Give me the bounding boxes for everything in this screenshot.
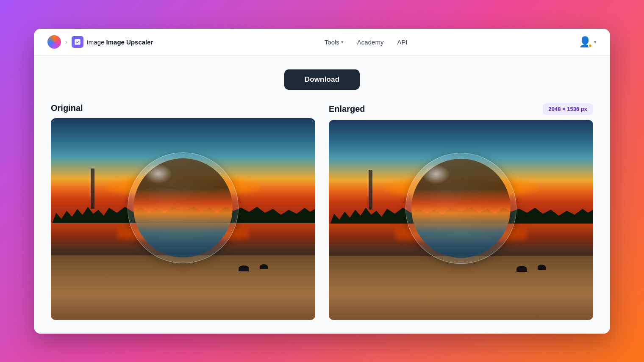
tower-silhouette (91, 169, 94, 209)
original-panel-header: Original (51, 103, 315, 113)
enlarged-title: Enlarged (329, 104, 365, 114)
main-content: Download Original (34, 56, 610, 334)
tools-chevron-icon: ▾ (341, 39, 344, 45)
svg-rect-0 (75, 39, 80, 45)
download-button[interactable]: Download (284, 69, 360, 90)
crystal-ball (128, 152, 239, 263)
tower-silhouette-enlarged (369, 170, 372, 210)
crystal-ball-enlarged (405, 153, 516, 264)
original-title: Original (51, 103, 83, 113)
original-image (51, 118, 315, 320)
user-status-dot (588, 44, 592, 48)
nav-tools[interactable]: Tools ▾ (325, 39, 344, 46)
ball-highlight (144, 164, 172, 184)
nav-api[interactable]: API (397, 39, 407, 46)
navbar: › Image Image Upscaler Tools ▾ Academy (34, 29, 610, 56)
brand-name: Image Image Upscaler (87, 39, 153, 46)
enlarged-image (329, 120, 593, 320)
duck-silhouette-1-enlarged (516, 266, 527, 272)
app-logo[interactable] (47, 35, 61, 49)
duck-silhouette-2 (260, 264, 268, 269)
user-chevron-icon: ▾ (594, 39, 597, 45)
sand-bg (51, 255, 315, 320)
original-panel: Original (51, 103, 315, 320)
duck-silhouette-2-enlarged (538, 265, 546, 270)
size-badge: 2048 × 1536 px (543, 103, 593, 115)
user-avatar: 👤 (579, 35, 592, 49)
browser-window: › Image Image Upscaler Tools ▾ Academy (34, 29, 610, 334)
tool-icon (72, 36, 83, 48)
comparison-section: Original (51, 103, 593, 320)
navbar-left: › Image Image Upscaler (47, 35, 153, 49)
ball-highlight-enlarged (422, 164, 450, 184)
duck-silhouette-1 (239, 265, 249, 271)
sand-bg-enlarged (329, 256, 593, 320)
enlarged-scene (329, 120, 593, 320)
original-scene (51, 118, 315, 320)
nav-academy[interactable]: Academy (357, 39, 384, 46)
enlarged-panel: Enlarged 2048 × 1536 px (329, 103, 593, 320)
navbar-center: Tools ▾ Academy API (325, 39, 408, 46)
enlarged-panel-header: Enlarged 2048 × 1536 px (329, 103, 593, 115)
breadcrumb-separator: › (65, 39, 67, 45)
user-menu[interactable]: 👤 ▾ (579, 35, 597, 49)
